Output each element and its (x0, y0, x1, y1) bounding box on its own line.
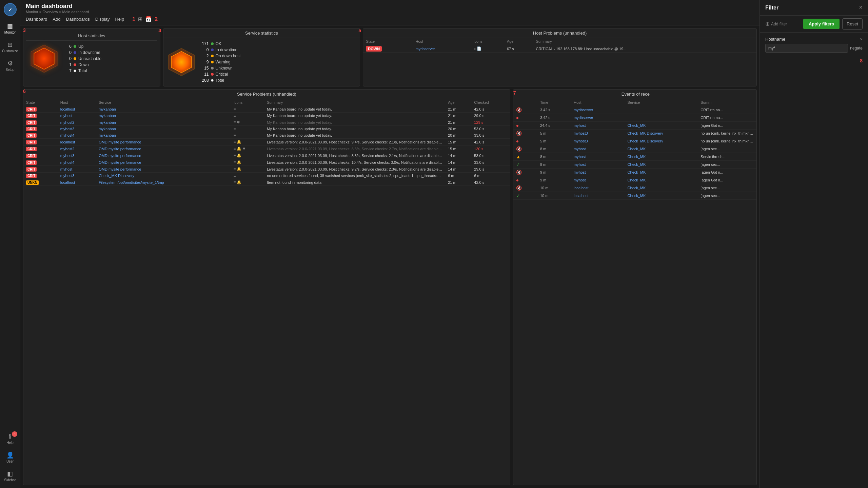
table-row[interactable]: CRIT myhost OMD mysite performance ≡ 🔔 L… (23, 166, 510, 173)
sp-service[interactable]: Filesystem /opt/omd/sites/mysite_1/tmp (96, 179, 231, 186)
hostname-remove-button[interactable]: × (860, 37, 863, 42)
sp-host[interactable]: myhost3 (58, 152, 96, 159)
list-item[interactable]: 🔇 9 m myhost Check_MK [agen Got n... (513, 169, 756, 176)
sp-service[interactable]: mykanban (96, 113, 231, 119)
sp-service[interactable]: OMD mysite performance (96, 152, 231, 159)
list-item[interactable]: 🔇 10 m localhost Check_MK [agen sec... (513, 184, 756, 192)
table-row[interactable]: CRIT myhost3 mykanban ≡ My Kanban board,… (23, 126, 510, 132)
sp-service[interactable]: mykanban (96, 106, 231, 113)
sidebar-item-setup-label: Setup (5, 68, 14, 72)
sp-age: 21 m (445, 119, 471, 126)
ev-host[interactable]: myhost (571, 153, 625, 161)
nav-add[interactable]: Add (53, 17, 61, 22)
add-filter-button[interactable]: ⊕ Add filter (765, 21, 787, 27)
table-row[interactable]: CRIT myhost mykanban ≡ My Kanban board, … (23, 113, 510, 119)
table-row[interactable]: CRIT localhost OMD mysite performance ≡ … (23, 139, 510, 145)
sidebar-item-user[interactable]: 👤 User (0, 448, 20, 467)
sp-service[interactable]: OMD mysite performance (96, 166, 231, 173)
table-row[interactable]: CRIT myhost2 mykanban ≡ ✱ My Kanban boar… (23, 119, 510, 126)
sp-service[interactable]: OMD mysite performance (96, 159, 231, 166)
list-item[interactable]: 🔇 8 m myhost Check_MK [agen sec... (513, 145, 756, 153)
sp-host[interactable]: myhost (58, 113, 96, 119)
sp-service[interactable]: OMD mysite performance (96, 139, 231, 145)
sp-service[interactable]: OMD mysite performance (96, 145, 231, 152)
ev-host[interactable]: myhost (571, 122, 625, 130)
grid-icon[interactable]: ⊞ (138, 16, 142, 22)
ev-service[interactable]: Check_MK (625, 161, 698, 169)
sp-host[interactable]: localhost (58, 106, 96, 113)
ev-host[interactable]: localhost (571, 192, 625, 200)
sp-checked: 53.0 s (471, 152, 510, 159)
sp-service[interactable]: mykanban (96, 132, 231, 139)
ev-service[interactable]: Check_MK Discovery (625, 130, 698, 137)
list-item[interactable]: 🔇 5 m myhost3 Check_MK Discovery no un (… (513, 130, 756, 137)
nav-help[interactable]: Help (115, 17, 124, 22)
ev-host[interactable]: myhost (571, 161, 625, 169)
sp-host[interactable]: localhost (58, 139, 96, 145)
filter-close-button[interactable]: × (859, 4, 863, 11)
nav-dashboard[interactable]: Dashboard (26, 17, 47, 22)
table-row[interactable]: CRIT localhost mykanban ≡ My Kanban boar… (23, 106, 510, 113)
ev-service[interactable]: Check_MK (625, 169, 698, 176)
list-item[interactable]: ✓ 8 m myhost Check_MK [agen sec... (513, 161, 756, 169)
calendar-icon[interactable]: 📅 (145, 16, 152, 22)
ev-service[interactable]: Check_MK (625, 122, 698, 130)
ev-service[interactable]: Check_MK (625, 153, 698, 161)
sidebar: ✓ ▦ Monitor ⊞ Customize ⚙ Setup ℹ Help 5… (0, 0, 20, 488)
list-item[interactable]: ✓ 10 m localhost Check_MK [agen sec... (513, 192, 756, 200)
table-row[interactable]: DOWN mydbserver ≡ 📄 67 s CRITICAL - 192.… (363, 45, 756, 53)
sidebar-item-sidebar[interactable]: ◧ Sidebar (0, 467, 20, 485)
list-item[interactable]: ● 24.4 s myhost Check_MK [agen Got n... (513, 122, 756, 130)
ev-host[interactable]: myhost (571, 176, 625, 184)
sp-host[interactable]: myhost3 (58, 126, 96, 132)
ev-host[interactable]: mydbserver (571, 114, 625, 122)
sp-host[interactable]: myhost (58, 166, 96, 173)
sidebar-item-customize[interactable]: ⊞ Customize (0, 38, 20, 56)
sp-service[interactable]: mykanban (96, 119, 231, 126)
ev-service[interactable]: Check_MK (625, 184, 698, 192)
ev-host[interactable]: myhost3 (571, 130, 625, 137)
ev-service[interactable]: Check_MK Discovery (625, 137, 698, 145)
sp-host[interactable]: myhost4 (58, 132, 96, 139)
list-item[interactable]: ▲ 8 m myhost Check_MK Servic thresh... (513, 153, 756, 161)
nav-dashboards[interactable]: Dashboards (66, 17, 90, 22)
ev-service[interactable]: Check_MK (625, 176, 698, 184)
sp-service[interactable]: mykanban (96, 126, 231, 132)
hp-host[interactable]: mydbserver (413, 45, 471, 53)
list-item[interactable]: 🔇 3.42 s mydbserver CRIT rta na... (513, 106, 756, 114)
ev-service[interactable] (625, 106, 698, 114)
sidebar-item-monitor[interactable]: ▦ Monitor (0, 19, 20, 38)
nav-display[interactable]: Display (95, 17, 110, 22)
negate-label[interactable]: negate (850, 46, 863, 51)
sp-host[interactable]: localhost (58, 179, 96, 186)
sp-host[interactable]: myhost4 (58, 159, 96, 166)
ev-host[interactable]: myhost3 (571, 137, 625, 145)
sp-host[interactable]: myhost2 (58, 119, 96, 126)
sidebar-item-help[interactable]: ℹ Help 5 (0, 429, 20, 448)
table-row[interactable]: CRIT myhost4 OMD mysite performance ≡ 🔔 … (23, 159, 510, 166)
ev-host[interactable]: mydbserver (571, 106, 625, 114)
list-item[interactable]: ● 9 m myhost Check_MK [agen Got n... (513, 176, 756, 184)
table-row[interactable]: CRIT myhost3 OMD mysite performance ≡ 🔔 … (23, 152, 510, 159)
ev-service[interactable]: Check_MK (625, 192, 698, 200)
sp-host[interactable]: myhost3 (58, 173, 96, 179)
table-row[interactable]: UNKN localhost Filesystem /opt/omd/sites… (23, 179, 510, 186)
sp-summary: Livestatus version: 2.0.0-2021.03.09, Ho… (264, 159, 445, 166)
table-row[interactable]: CRIT myhost2 OMD mysite performance ≡ 🔔 … (23, 145, 510, 152)
list-item[interactable]: ● 5 m myhost3 Check_MK Discovery no un (… (513, 137, 756, 145)
app-logo[interactable]: ✓ (3, 3, 17, 16)
list-item[interactable]: ● 3.42 s mydbserver CRIT rta na... (513, 114, 756, 122)
ev-service[interactable] (625, 114, 698, 122)
hostname-input[interactable] (765, 44, 848, 53)
apply-filters-button[interactable]: Apply filters (803, 19, 840, 29)
ev-host[interactable]: localhost (571, 184, 625, 192)
ev-host[interactable]: myhost (571, 169, 625, 176)
reset-button[interactable]: Reset (842, 18, 863, 30)
table-row[interactable]: CRIT myhost3 Check_MK Discovery ≡ no unm… (23, 173, 510, 179)
table-row[interactable]: CRIT myhost4 mykanban ≡ My Kanban board,… (23, 132, 510, 139)
sp-host[interactable]: myhost2 (58, 145, 96, 152)
ev-service[interactable]: Check_MK (625, 145, 698, 153)
sp-service[interactable]: Check_MK Discovery (96, 173, 231, 179)
ev-host[interactable]: myhost (571, 145, 625, 153)
sidebar-item-setup[interactable]: ⚙ Setup (0, 56, 20, 75)
